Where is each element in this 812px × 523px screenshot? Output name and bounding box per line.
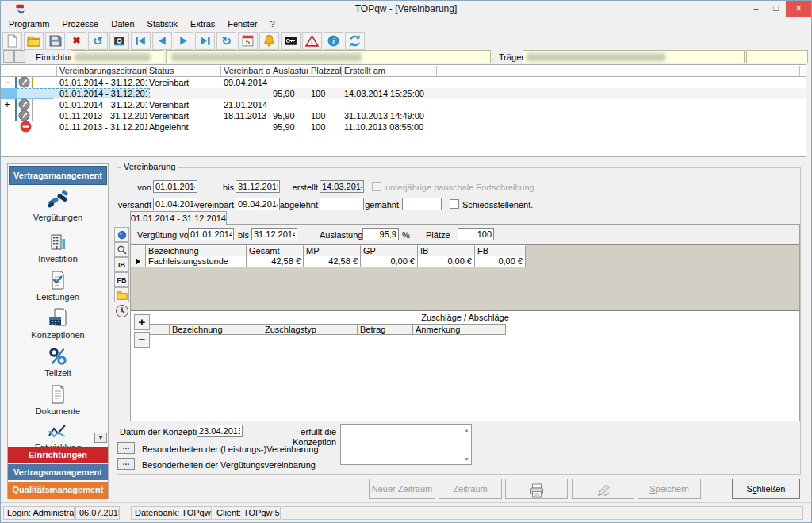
toolbar-nav-next-button[interactable] [174,32,193,50]
erfuellt-konzeption-textarea[interactable]: ▲ ▼ [340,424,472,465]
column-header-vereinbart-am[interactable]: Vereinbart am [221,66,270,76]
plaetze-field[interactable] [458,228,494,240]
column-header-platzzahl[interactable]: Platzzahl [308,66,342,76]
grid-column-fb[interactable]: FB [475,245,526,256]
grid-column-ib[interactable]: IB [418,245,475,256]
scroll-down-icon[interactable]: ▼ [464,456,469,462]
toolbar-delete-button[interactable]: ✖ [67,32,86,50]
toolbar-open-folder-button[interactable] [24,32,44,50]
menu-item-help[interactable]: ? [264,17,282,31]
column-header-status[interactable]: Status [147,66,221,76]
menu-item-statistik[interactable]: Statistik [141,17,185,31]
info-icon[interactable] [114,227,129,242]
toolbar-nav-last-button[interactable] [195,32,215,50]
column-header-help[interactable] [13,66,57,76]
verguetung-von-field[interactable] [188,228,234,240]
column-header-help[interactable] [1,66,13,76]
grid-column-gp[interactable]: GP [361,245,418,256]
grid-column-help[interactable] [131,245,146,256]
gemahnt-field[interactable] [402,198,442,210]
neuer-zeitraum-button[interactable]: Neuer Zeitraum [369,479,435,499]
grid-column-mp[interactable]: MP [304,245,361,256]
menu-item-programm[interactable]: Programm [2,17,56,31]
column-header-help[interactable] [437,66,800,76]
schiedsstelle-checkbox[interactable] [450,199,459,209]
toolbar-new-file-button[interactable] [2,32,22,50]
konzeption-datum-field[interactable] [197,425,243,437]
column-header-auslastung[interactable]: Auslastung [270,66,308,76]
toolbar-save-button[interactable] [45,32,65,50]
sidebar-band-vertragsmanagement[interactable]: Vertragsmanagement [8,464,108,480]
traeger-extra-field[interactable] [746,50,808,63]
sidebar-item-dokumente[interactable]: Dokumente [8,384,108,416]
sidebar-item-konzeptionen[interactable]: Konzeptionen [8,308,108,340]
zuschlag-column-bezeichnung[interactable]: Bezeichnung [170,324,262,335]
sidebar-item-leistungen[interactable]: Leistungen [8,270,108,302]
fortschreibung-checkbox[interactable] [372,182,381,191]
sidebar-more-dropdown[interactable]: ▼ [94,433,107,443]
menu-item-daten[interactable]: Daten [105,17,140,31]
toolbar-refresh-button[interactable] [345,32,365,50]
zuschlag-column-anmerkung[interactable]: Anmerkung [413,324,506,335]
zuschlag-column-zuschlagstyp[interactable]: Zuschlagstyp [262,324,358,335]
table-row[interactable]: 01.11.2013 - 31.12.2013Abgelehnt95,90100… [1,121,806,133]
clock-icon[interactable] [114,303,129,318]
toolbar-reload-record-button[interactable]: ↻ [216,32,236,50]
zuschlag-column-betrag[interactable]: Betrag [358,324,413,335]
column-header-vereinbarungszeitraum[interactable]: Vereinbarungszeitraum [57,66,147,76]
auslastung-field[interactable] [362,228,399,240]
besonderheiten2-ellipsis-button[interactable]: ... [117,458,135,470]
table-row[interactable]: +01.01.2014 - 31.12.2015Vereinbart21.01.… [1,99,806,110]
von-field[interactable] [153,180,197,193]
toolbar-nav-prev-button[interactable] [152,32,172,50]
toolbar-camera-button[interactable] [109,32,129,50]
menu-item-fenster[interactable]: Fenster [221,17,263,31]
toolbar-calendar-button[interactable]: 5 [238,32,258,50]
remove-zuschlag-button[interactable]: − [134,332,150,348]
toolbar-undo-button[interactable]: ↺ [88,32,108,50]
toolbar-key-button[interactable] [281,32,301,50]
menu-item-extras[interactable]: Extras [184,17,221,31]
add-zuschlag-button[interactable]: + [134,314,150,330]
magnifier-icon[interactable] [114,242,129,257]
period-tab[interactable]: 01.01.2014 - 31.12.2014 [130,211,227,225]
close-button[interactable]: ✕ [786,1,811,17]
traeger-field[interactable] [523,50,745,63]
einrichtung-code-field[interactable] [71,50,163,63]
folder-icon[interactable] [114,287,129,302]
toolbar-info-button[interactable]: i [324,32,343,50]
bis-field[interactable] [236,180,280,193]
minimize-button[interactable]: – [746,1,766,17]
sidebar-item-teilzeit[interactable]: Teilzeit [8,346,108,378]
grid-column-bezeichnung[interactable]: Bezeichnung [146,245,247,256]
sidebar-band-einrichtungen[interactable]: Einrichtungen [8,447,108,463]
erstellt-field[interactable] [320,180,364,193]
grid-column-gesamt[interactable]: Gesamt [247,245,304,256]
toolbar-nav-first-button[interactable] [131,32,151,50]
verguetung-grid-row[interactable]: Fachleistungsstunde42,58 €42,58 €0,00 €0… [131,256,799,267]
toolbar-bell-button[interactable] [259,32,279,50]
toolbar-warning-button[interactable]: ! [302,32,322,50]
row-expander[interactable]: + [1,99,13,110]
table-row[interactable]: 01.01.2014 - 31.12.201495,9010014.03.201… [1,88,806,99]
verguetung-bis-field[interactable] [251,228,297,240]
sidebar-item-verguetungen[interactable]: Vergütungen [8,190,108,222]
menu-item-prozesse[interactable]: Prozesse [56,17,105,31]
einrichtung-name-field[interactable] [166,50,491,63]
besonderheiten1-ellipsis-button[interactable]: ... [117,442,135,454]
zeitraum-loeschen-button[interactable]: Zeitraum löschen [439,479,502,499]
vereinbart-field[interactable] [236,198,280,210]
maximize-button[interactable]: □ [766,1,786,17]
scroll-up-icon[interactable]: ▲ [464,427,469,433]
ib-button[interactable]: IB [114,257,129,272]
sidebar-item-investition[interactable]: Investition [8,232,108,263]
column-header-erstellt-am[interactable]: Erstellt am [342,66,437,76]
table-row[interactable]: −01.01.2014 - 31.12.2015Vereinbart09.04.… [1,77,806,88]
header-spacer-button[interactable] [3,50,14,63]
sign-button[interactable] [572,479,634,499]
row-expander[interactable]: − [1,77,13,88]
schliessen-button[interactable]: Schließen [732,479,800,499]
table-row[interactable]: 01.11.2013 - 31.12.2013Vereinbart18.11.2… [1,110,806,121]
speichern-button[interactable]: Speichern [638,479,701,499]
print-button[interactable] [505,479,568,499]
